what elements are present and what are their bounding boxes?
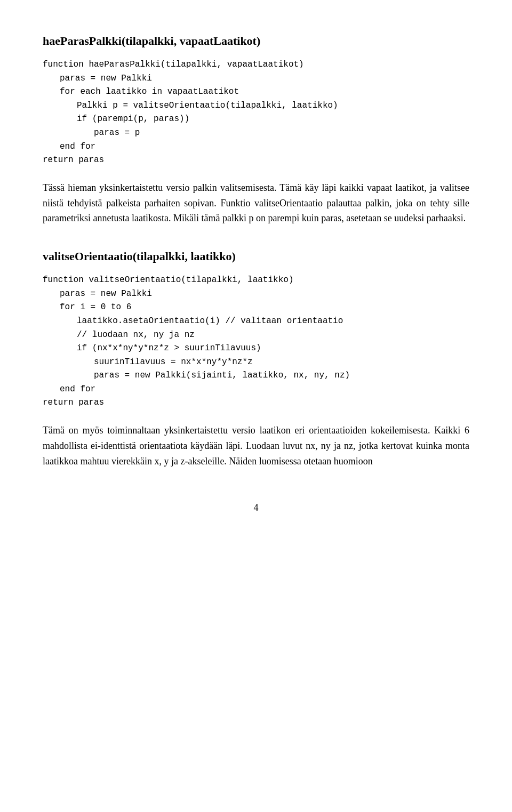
code-line-1: function haeParasPalkki(tilapalkki, vapa…: [43, 60, 304, 69]
section2-heading: valitseOrientaatio(tilapalkki, laatikko): [43, 247, 469, 265]
code-line-4: Palkki p = valitseOrientaatio(tilapalkki…: [43, 101, 338, 110]
code2-line-8: paras = new Palkki(sijainti, laatikko, n…: [43, 371, 350, 380]
section1-code: function haeParasPalkki(tilapalkki, vapa…: [43, 58, 469, 167]
code2-line-3: for i = 0 to 6: [43, 302, 131, 312]
code-line-6: paras = p: [43, 128, 140, 138]
page-number: 4: [43, 501, 469, 515]
code-line-3: for each laatikko in vapaatLaatikot: [43, 87, 239, 97]
code2-line-6: if (nx*x*ny*y*nz*z > suurinTilavuus): [43, 343, 261, 353]
code-line-2: paras = new Palkki: [43, 74, 152, 83]
section2-prose: Tämä on myös toiminnaltaan yksinkertaist…: [43, 423, 469, 469]
code-line-7: end for: [43, 142, 95, 151]
code2-line-10: return paras: [43, 398, 104, 407]
code2-line-1: function valitseOrientaatio(tilapalkki, …: [43, 275, 293, 285]
section1-heading: haeParasPalkki(tilapalkki, vapaatLaatiko…: [43, 32, 469, 50]
page-content: haeParasPalkki(tilapalkki, vapaatLaatiko…: [43, 32, 469, 515]
code2-line-4: laatikko.asetaOrientaatio(i) // valitaan…: [43, 316, 343, 326]
section1-prose: Tässä hieman yksinkertaistettu versio pa…: [43, 180, 469, 226]
code2-line-7: suurinTilavuus = nx*x*ny*y*nz*z: [43, 357, 253, 367]
section1-block: haeParasPalkki(tilapalkki, vapaatLaatiko…: [43, 32, 469, 226]
code2-line-5: // luodaan nx, ny ja nz: [43, 330, 195, 340]
code-line-8: return paras: [43, 155, 104, 165]
code-line-5: if (parempi(p, paras)): [43, 114, 189, 124]
code2-line-2: paras = new Palkki: [43, 289, 152, 299]
section2-block: valitseOrientaatio(tilapalkki, laatikko)…: [43, 247, 469, 469]
code2-line-9: end for: [43, 384, 95, 394]
section2-code: function valitseOrientaatio(tilapalkki, …: [43, 274, 469, 410]
